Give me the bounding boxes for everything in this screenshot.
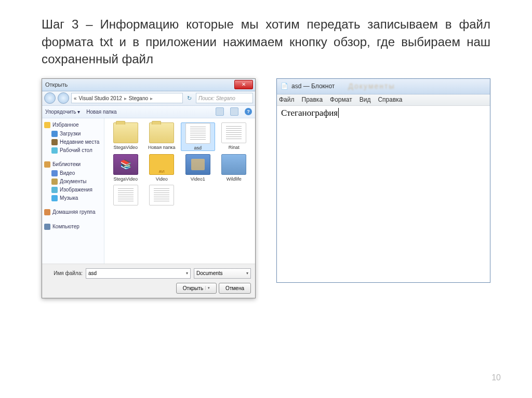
dialog-footer: Имя файла: asd Documents Открыть Отмена	[42, 264, 255, 298]
image-icon	[51, 187, 58, 193]
refresh-button[interactable]: ↻	[185, 95, 194, 102]
menu-file[interactable]: Файл	[279, 96, 295, 103]
notepad-textarea[interactable]: Стеганография	[277, 106, 490, 282]
archive-icon	[113, 154, 138, 175]
slide-instruction: Шаг 3 – Информацию которые мы хотим пере…	[42, 16, 490, 68]
folder-icon	[149, 122, 174, 143]
page-number: 10	[491, 373, 501, 382]
dialog-toolbar: Упорядочить ▾ Новая папка ?	[42, 106, 255, 118]
sidebar: Избранное Загрузки Недавние места Рабочи…	[42, 118, 104, 264]
file-item-txt[interactable]: Rinat	[217, 122, 251, 151]
menu-view[interactable]: Вид	[360, 96, 371, 103]
sidebar-item-images[interactable]: Изображения	[42, 186, 104, 194]
desktop-icon	[51, 147, 58, 154]
filename-label: Имя файла:	[46, 270, 83, 276]
download-icon	[51, 131, 58, 137]
video-thumb-icon	[185, 154, 210, 175]
filename-input[interactable]: asd	[86, 268, 191, 279]
view-mode-button[interactable]	[216, 107, 224, 116]
file-list[interactable]: StegaVideo Новая папка asd Rinat StegaVi…	[104, 118, 255, 264]
close-icon: ✕	[242, 81, 246, 87]
video-icon	[51, 170, 58, 176]
sidebar-favorites[interactable]: Избранное	[42, 120, 104, 130]
txt-icon	[221, 122, 246, 143]
sidebar-computer[interactable]: Компьютер	[42, 222, 104, 231]
library-icon	[44, 161, 50, 168]
background-blur: Документы	[348, 82, 395, 90]
breadcrumb-seg2[interactable]: Stegano	[129, 95, 148, 101]
recent-icon	[51, 139, 58, 145]
file-item-rar[interactable]: StegaVideo	[109, 154, 143, 182]
breadcrumb[interactable]: « Visual Studio 2012 ▸ Stegano ▸	[71, 93, 183, 103]
sidebar-item-video[interactable]: Видео	[42, 169, 104, 177]
chevron-right-icon: ▸	[150, 95, 153, 101]
notepad-titlebar[interactable]: 📄 asd — Блокнот Документы	[277, 79, 490, 94]
file-item-txt[interactable]	[145, 185, 179, 207]
computer-icon	[44, 224, 50, 230]
sidebar-item-docs[interactable]: Документы	[42, 177, 104, 186]
menu-format[interactable]: Формат	[330, 96, 352, 103]
file-type-filter[interactable]: Documents	[194, 268, 251, 279]
notepad-title: asd — Блокнот	[291, 83, 335, 90]
notepad-content: Стеганография	[281, 108, 339, 118]
sidebar-item-downloads[interactable]: Загрузки	[42, 130, 104, 138]
file-item-avi[interactable]: Video	[145, 154, 179, 182]
chevron-right-icon: ▸	[124, 95, 127, 101]
homegroup-icon	[44, 209, 50, 215]
file-item-txt[interactable]	[109, 185, 143, 207]
open-button[interactable]: Открыть	[176, 283, 217, 294]
sidebar-item-desktop[interactable]: Рабочий стол	[42, 146, 104, 155]
menu-help[interactable]: Справка	[378, 96, 402, 103]
preview-pane-button[interactable]	[230, 107, 238, 116]
folder-icon	[113, 122, 138, 143]
notepad-window: 📄 asd — Блокнот Документы Файл Правка Фо…	[276, 78, 490, 283]
file-item-txt-selected[interactable]: asd	[181, 122, 215, 151]
close-button[interactable]: ✕	[234, 80, 253, 89]
sidebar-libraries[interactable]: Библиотеки	[42, 160, 104, 169]
dialog-titlebar[interactable]: Открыть ✕	[42, 79, 255, 91]
avi-icon	[149, 154, 174, 175]
breadcrumb-prefix: «	[74, 95, 77, 101]
nav-back-button[interactable]	[44, 92, 56, 104]
txt-icon	[185, 123, 210, 144]
file-item-folder[interactable]: StegaVideo	[109, 122, 143, 151]
sidebar-homegroup[interactable]: Домашняя группа	[42, 208, 104, 217]
dialog-nav: « Visual Studio 2012 ▸ Stegano ▸ ↻ Поиск…	[42, 91, 255, 106]
dialog-title: Открыть	[45, 81, 68, 88]
txt-icon	[113, 185, 138, 205]
new-folder-button[interactable]: Новая папка	[86, 109, 116, 115]
cancel-button[interactable]: Отмена	[219, 283, 251, 294]
breadcrumb-seg1[interactable]: Visual Studio 2012	[79, 95, 122, 101]
music-icon	[51, 195, 58, 201]
txt-icon	[149, 185, 174, 205]
notepad-menu: Файл Правка Формат Вид Справка	[277, 94, 490, 106]
file-open-dialog: Открыть ✕ « Visual Studio 2012 ▸ Stegano…	[42, 78, 256, 298]
video-thumb-icon	[221, 154, 246, 175]
notepad-icon: 📄	[280, 82, 288, 90]
search-input[interactable]: Поиск: Stegano	[196, 93, 253, 103]
organize-button[interactable]: Упорядочить ▾	[45, 109, 80, 115]
sidebar-item-recent[interactable]: Недавние места	[42, 138, 104, 146]
help-icon[interactable]: ?	[245, 108, 252, 115]
document-icon	[51, 179, 58, 185]
menu-edit[interactable]: Правка	[302, 96, 323, 103]
sidebar-item-music[interactable]: Музыка	[42, 194, 104, 202]
nav-fwd-button[interactable]	[58, 92, 69, 104]
star-icon	[44, 122, 50, 128]
file-item-video[interactable]: Wildlife	[217, 154, 251, 182]
file-item-folder[interactable]: Новая папка	[145, 122, 179, 151]
file-item-video[interactable]: Video1	[181, 154, 215, 182]
